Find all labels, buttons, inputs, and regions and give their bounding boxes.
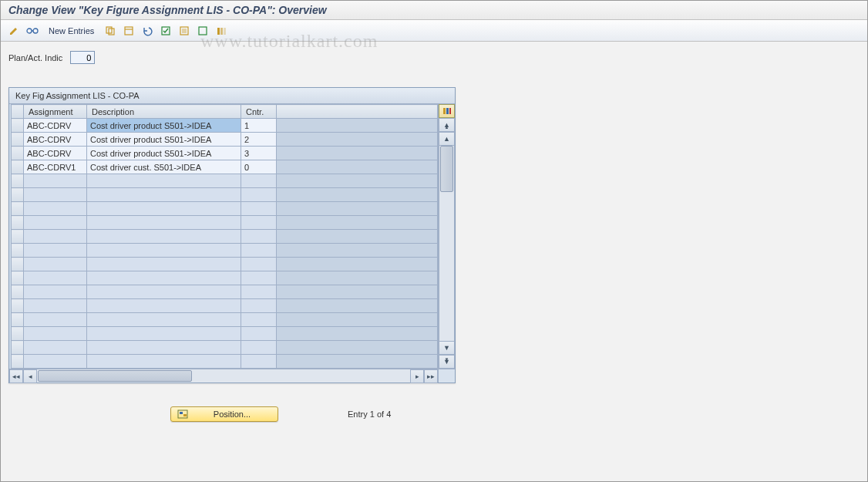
description-cell[interactable] (87, 244, 241, 257)
cntr-cell[interactable] (241, 174, 276, 187)
details-icon[interactable] (25, 24, 39, 38)
cntr-cell[interactable] (241, 313, 276, 326)
cntr-cell[interactable] (241, 133, 276, 146)
cntr-cell[interactable] (241, 258, 276, 271)
row-selector[interactable] (12, 327, 24, 341)
cntr-cell[interactable] (241, 341, 276, 354)
delete-icon[interactable] (122, 24, 136, 38)
description-cell[interactable] (87, 147, 241, 160)
description-cell[interactable] (87, 355, 241, 368)
row-selector[interactable] (12, 133, 24, 147)
assignment-cell[interactable] (24, 119, 86, 132)
row-selector[interactable] (12, 355, 24, 369)
deselect-all-icon[interactable] (196, 24, 210, 38)
cntr-cell[interactable] (241, 160, 276, 174)
assignment-cell[interactable] (24, 341, 86, 354)
cntr-cell[interactable] (241, 216, 276, 229)
description-cell[interactable] (87, 119, 241, 132)
plan-act-input[interactable] (70, 51, 95, 64)
row-selector[interactable] (12, 174, 24, 188)
scroll-down-icon[interactable]: ▼ (439, 341, 455, 355)
col-cntr[interactable]: Cntr. (241, 105, 277, 119)
row-selector[interactable] (12, 341, 24, 355)
scroll-up-icon[interactable]: ▲ (439, 132, 455, 146)
cntr-cell[interactable] (241, 271, 276, 285)
row-selector[interactable] (12, 160, 24, 174)
assignment-cell[interactable] (24, 355, 86, 368)
assignment-cell[interactable] (24, 160, 86, 174)
description-cell[interactable] (87, 216, 241, 229)
horizontal-scrollbar-thumb[interactable] (38, 370, 192, 382)
select-all-icon[interactable] (159, 24, 173, 38)
assignment-cell[interactable] (24, 327, 86, 340)
description-cell[interactable] (87, 160, 241, 174)
scroll-bottom-icon[interactable]: ▼▼ (439, 355, 455, 369)
scroll-right-icon[interactable]: ▸ (410, 369, 424, 383)
scroll-left-end-icon[interactable]: ◂◂ (9, 369, 23, 383)
assignment-cell[interactable] (24, 244, 86, 257)
assignment-cell[interactable] (24, 188, 86, 201)
row-selector[interactable] (12, 258, 24, 271)
cntr-cell[interactable] (241, 299, 276, 312)
assignment-cell[interactable] (24, 271, 86, 285)
cntr-cell[interactable] (241, 202, 276, 215)
description-cell[interactable] (87, 313, 241, 326)
description-cell[interactable] (87, 174, 241, 187)
table-settings-icon[interactable] (439, 104, 455, 118)
assignment-cell[interactable] (24, 174, 86, 187)
description-cell[interactable] (87, 258, 241, 271)
description-cell[interactable] (87, 285, 241, 298)
assignment-cell[interactable] (24, 133, 86, 146)
row-selector[interactable] (12, 313, 24, 327)
vertical-scrollbar-thumb[interactable] (440, 146, 453, 192)
col-assignment[interactable]: Assignment (24, 105, 87, 119)
description-cell[interactable] (87, 188, 241, 201)
row-selector[interactable] (12, 119, 24, 133)
row-selector[interactable] (12, 271, 24, 285)
cntr-cell[interactable] (241, 147, 276, 160)
col-description[interactable]: Description (87, 105, 241, 119)
description-cell[interactable] (87, 230, 241, 243)
assignment-cell[interactable] (24, 230, 86, 243)
row-selector[interactable] (12, 285, 24, 299)
description-cell[interactable] (87, 271, 241, 285)
row-selector[interactable] (12, 188, 24, 202)
description-cell[interactable] (87, 202, 241, 215)
description-cell[interactable] (87, 341, 241, 354)
position-button[interactable]: Position... (170, 406, 278, 422)
vertical-scrollbar[interactable] (439, 146, 455, 341)
row-selector[interactable] (12, 244, 24, 258)
description-cell[interactable] (87, 327, 241, 340)
horizontal-scrollbar[interactable] (37, 369, 410, 383)
undo-icon[interactable] (140, 24, 154, 38)
description-cell[interactable] (87, 133, 241, 146)
cntr-cell[interactable] (241, 244, 276, 257)
assignment-cell[interactable] (24, 258, 86, 271)
assignment-cell[interactable] (24, 202, 86, 215)
row-selector[interactable] (12, 299, 24, 313)
scroll-top-icon[interactable]: ▲▲ (439, 118, 455, 132)
cntr-cell[interactable] (241, 188, 276, 201)
cntr-cell[interactable] (241, 285, 276, 298)
assignment-cell[interactable] (24, 285, 86, 298)
assignment-cell[interactable] (24, 313, 86, 326)
select-block-icon[interactable] (177, 24, 191, 38)
cntr-cell[interactable] (241, 327, 276, 340)
row-selector[interactable] (12, 202, 24, 216)
row-selector[interactable] (12, 216, 24, 230)
cntr-cell[interactable] (241, 230, 276, 243)
toggle-change-icon[interactable] (7, 24, 21, 38)
assignment-cell[interactable] (24, 299, 86, 312)
description-cell[interactable] (87, 299, 241, 312)
configure-icon[interactable] (214, 24, 228, 38)
new-entries-button[interactable]: New Entries (44, 25, 99, 37)
cntr-cell[interactable] (241, 355, 276, 368)
assignment-cell[interactable] (24, 216, 86, 229)
scroll-left-icon[interactable]: ◂ (23, 369, 37, 383)
row-selector-header[interactable] (12, 105, 24, 119)
cntr-cell[interactable] (241, 119, 276, 132)
scroll-right-end-icon[interactable]: ▸▸ (424, 369, 438, 383)
row-selector[interactable] (12, 147, 24, 160)
copy-as-icon[interactable] (103, 24, 117, 38)
row-selector[interactable] (12, 230, 24, 244)
